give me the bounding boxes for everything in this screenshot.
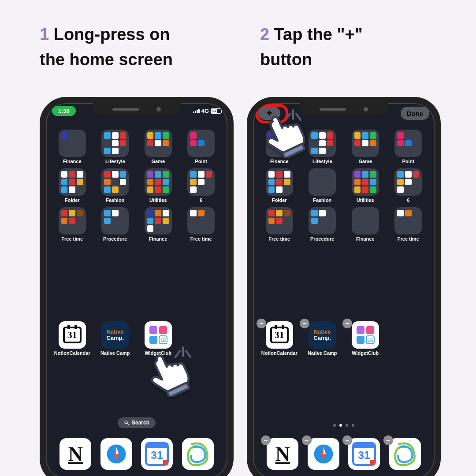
svg-line-28 — [175, 351, 180, 357]
done-button[interactable]: Done — [401, 107, 430, 120]
svg-text:15: 15 — [368, 338, 373, 343]
svg-rect-0 — [149, 326, 157, 334]
folder-procedure[interactable]: Procedure — [95, 207, 136, 242]
folder-lifestyle[interactable]: Lifestyle — [95, 130, 136, 164]
native-camp-icon: NativeCamp. — [309, 321, 336, 349]
svg-rect-13 — [163, 460, 168, 465]
remove-badge[interactable]: − — [383, 435, 393, 445]
folder-fashion[interactable]: Fashion — [302, 168, 343, 203]
notion-calendar-icon: 31 — [266, 321, 293, 349]
folder-game[interactable]: Game — [345, 130, 386, 164]
step-1-heading: 1 Long-press onthe home screen — [40, 22, 225, 72]
dock-safari[interactable] — [97, 438, 136, 470]
folder-point[interactable]: Point — [181, 130, 222, 164]
app-notion-calendar[interactable]: 31 NotionCalendar — [52, 321, 93, 356]
dock-notion-icon: N — [60, 438, 91, 470]
step-2-heading: 2 Tap the "+"button — [260, 22, 445, 72]
folder-grid[interactable]: FinanceLifestyleGamePointFolderFashionUt… — [46, 130, 227, 242]
remove-badge[interactable]: − — [342, 319, 352, 328]
svg-rect-15 — [357, 326, 364, 334]
folder-freetime2[interactable]: Free time — [181, 207, 222, 242]
dock-notion[interactable]: −N — [264, 438, 302, 470]
folder-lifestyle[interactable]: Lifestyle — [302, 130, 343, 164]
app-native-camp[interactable]: NativeCamp. Native Camp — [95, 321, 136, 356]
svg-line-6 — [127, 424, 128, 425]
svg-rect-26 — [370, 460, 375, 465]
remove-badge[interactable]: − — [261, 435, 271, 445]
dock-google-calendar[interactable]: −31 — [345, 438, 383, 470]
widgetclub-icon: 15 — [145, 321, 172, 349]
folder-six[interactable]: 6 — [181, 168, 222, 203]
svg-rect-2 — [149, 336, 157, 344]
folder-freetime1[interactable]: Free time — [52, 207, 93, 242]
signal-icon — [193, 109, 200, 113]
folder-folder[interactable]: Folder — [52, 168, 93, 203]
dock: N31 — [50, 434, 223, 474]
svg-rect-17 — [357, 336, 364, 344]
time-pill: 1:36 — [52, 106, 76, 116]
folder-freetime1[interactable]: Free time — [259, 207, 300, 242]
app-native-camp[interactable]: − NativeCamp. Native Camp — [302, 321, 343, 356]
battery-icon: 62 — [211, 108, 221, 114]
folder-finance2[interactable]: Finance — [345, 207, 386, 242]
status-bar: 1:36 4G 62 — [46, 106, 227, 116]
folder-grid[interactable]: FinanceLifestyleGamePointFolderFashionUt… — [253, 130, 435, 242]
notion-calendar-icon: 31 — [59, 321, 86, 349]
svg-rect-12 — [146, 443, 168, 448]
dock-notion[interactable]: N — [56, 438, 95, 470]
folder-six[interactable]: 6 — [388, 168, 429, 203]
widgetclub-icon: 15 — [352, 321, 379, 349]
dock-google-calendar[interactable]: 31 — [138, 438, 176, 470]
plus-highlight-ring — [256, 104, 288, 123]
dock-google-calendar-icon: 31 — [141, 438, 173, 470]
svg-rect-1 — [159, 326, 167, 334]
app-row: 31 NotionCalendar NativeCamp. Native Cam… — [46, 321, 227, 356]
remove-badge[interactable]: − — [302, 435, 312, 445]
folder-folder[interactable]: Folder — [259, 168, 300, 203]
phone-step-2: + Done FinanceLifestyleGamePointFolderFa… — [247, 97, 441, 476]
folder-fashion[interactable]: Fashion — [95, 168, 136, 203]
dock: −N−−31− — [257, 434, 430, 474]
folder-finance1[interactable]: Finance — [52, 130, 93, 164]
svg-text:31: 31 — [358, 449, 370, 461]
dock-safari[interactable]: − — [305, 438, 343, 470]
folder-freetime2[interactable]: Free time — [388, 207, 429, 242]
dock-notion-icon: N — [267, 438, 298, 470]
dock-claude-icon — [389, 438, 421, 470]
remove-badge[interactable]: − — [257, 319, 266, 328]
dock-claude[interactable] — [179, 438, 217, 470]
app-row: − 31 NotionCalendar − NativeCamp. Native… — [253, 321, 435, 356]
folder-finance2[interactable]: Finance — [138, 207, 178, 242]
search-pill[interactable]: Search — [118, 417, 156, 428]
svg-rect-16 — [366, 326, 374, 334]
tap-spark-icon — [172, 338, 194, 361]
svg-line-30 — [186, 351, 190, 357]
app-notion-calendar[interactable]: − 31 NotionCalendar — [259, 321, 300, 356]
dock-claude-icon — [182, 438, 214, 470]
folder-game[interactable]: Game — [138, 130, 178, 164]
folder-utilities[interactable]: Utilities — [345, 168, 386, 203]
page-indicator[interactable] — [333, 424, 354, 427]
remove-badge[interactable]: − — [300, 319, 309, 328]
dock-google-calendar-icon: 31 — [348, 438, 380, 470]
dock-safari-icon — [308, 438, 339, 470]
search-icon — [124, 420, 129, 425]
dock-claude[interactable]: − — [386, 438, 424, 470]
svg-rect-25 — [353, 443, 376, 448]
phone-step-1: 1:36 4G 62 FinanceLifestyleGamePointFold… — [40, 97, 234, 476]
native-camp-icon: NativeCamp. — [101, 321, 129, 349]
dock-safari-icon — [100, 438, 132, 470]
svg-text:31: 31 — [151, 449, 163, 461]
folder-procedure[interactable]: Procedure — [302, 207, 343, 242]
remove-badge[interactable]: − — [342, 435, 352, 445]
folder-utilities[interactable]: Utilities — [138, 168, 178, 203]
app-widgetclub[interactable]: − 15 WidgetClub — [345, 321, 386, 356]
svg-text:15: 15 — [160, 338, 166, 343]
folder-point[interactable]: Point — [388, 130, 429, 164]
folder-finance1[interactable]: Finance — [259, 130, 300, 164]
